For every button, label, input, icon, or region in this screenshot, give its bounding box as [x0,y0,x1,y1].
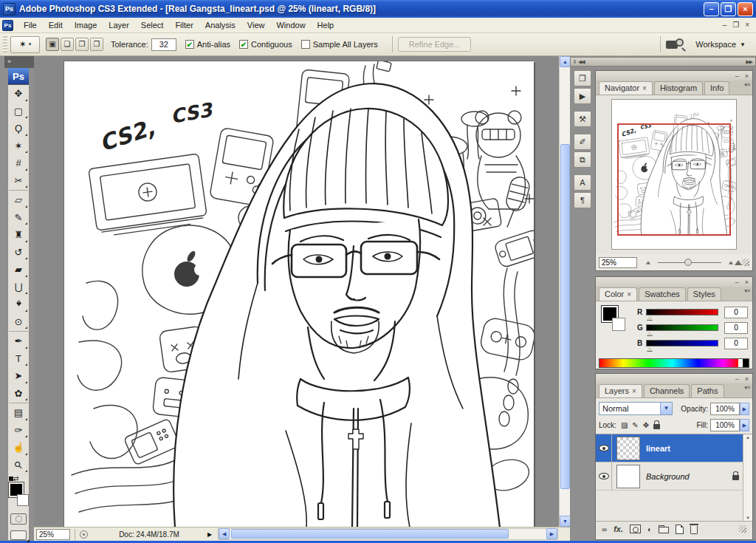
navigator-thumbnail[interactable] [611,99,737,250]
collapse-panels-icon[interactable]: ◀◀ [578,59,585,65]
visibility-toggle[interactable] [596,434,612,462]
layer-style-icon[interactable]: fx. [614,525,623,533]
red-value-field[interactable]: 0 [724,307,748,318]
clone-source-panel-icon[interactable]: ⧉ [574,151,591,168]
navigator-zoom-field[interactable]: 25% [599,257,637,268]
tool-preset-picker[interactable]: ✶ ▾ [10,36,40,53]
refine-edge-button[interactable]: Refine Edge... [398,37,472,52]
horizontal-scroll-thumb[interactable] [231,529,509,539]
subtract-selection-button[interactable]: ❐ [75,38,89,51]
brush-tool[interactable]: ✎ [9,209,28,227]
adjustment-layer-icon[interactable]: ◐ [647,525,652,533]
history-brush-tool[interactable]: ↺ [9,244,28,262]
tab-paths[interactable]: Paths [691,384,724,397]
menu-image[interactable]: Image [69,18,103,32]
slider-thumb[interactable] [647,315,653,320]
tab-channels[interactable]: Channels [644,384,690,397]
layers-list-scrollbar[interactable]: ▲ ▼ [743,434,752,521]
scroll-left-arrow[interactable]: ◀ [219,528,230,539]
horizontal-scrollbar[interactable]: ◀ ▶ [218,528,558,540]
chevron-down-icon[interactable]: ▼ [660,403,672,414]
layer-row-lineart[interactable]: lineart [596,434,752,462]
panel-resize-grip[interactable] [742,259,749,266]
menu-analysis[interactable]: Analysis [199,18,241,32]
ps-logo[interactable]: Ps [8,68,29,85]
delete-layer-icon[interactable] [690,526,698,534]
slider-thumb[interactable] [647,346,653,351]
sample-all-layers-checkbox[interactable]: Sample All Layers [301,40,378,49]
crop-tool[interactable]: # [9,154,28,172]
canvas[interactable] [63,61,533,527]
bridge-icon[interactable] [666,38,685,50]
tab-info[interactable]: Info [704,81,729,95]
scroll-up-arrow[interactable]: ▲ [560,56,571,67]
new-group-icon[interactable] [659,527,669,533]
lock-position-icon[interactable]: ✥ [643,421,649,429]
tab-close-icon[interactable]: × [627,290,631,298]
menu-window[interactable]: Window [270,18,311,32]
screen-mode-button[interactable] [10,530,27,541]
green-value-field[interactable]: 0 [724,322,748,334]
lock-pixels-icon[interactable]: ✎ [632,421,638,429]
expand-panels-icon[interactable]: ▶▶ [746,59,752,65]
zoom-in-icon[interactable] [727,260,742,265]
doc-minimize-button[interactable]: – [723,20,727,30]
blur-tool[interactable]: ♠ [9,296,28,313]
dock-collapse-bar[interactable]: ‖ ◀◀ ▶▶ [570,57,756,66]
panel-menu-icon[interactable]: ▾≡ [744,289,750,293]
add-selection-button[interactable]: ❏ [61,38,74,51]
panel-close-icon[interactable]: × [745,279,749,286]
paragraph-panel-icon[interactable]: ¶ [574,192,591,208]
slider-knob[interactable] [684,259,692,266]
zoom-level-field[interactable]: 25% [36,529,70,540]
navigator-view-box[interactable] [617,123,732,236]
tab-swatches[interactable]: Swatches [639,287,686,301]
color-spectrum-ramp[interactable] [599,358,749,368]
path-selection-tool[interactable]: ➤ [9,367,28,385]
toolbox-collapse-bar[interactable]: » [4,56,34,68]
doc-close-button[interactable]: × [745,20,749,30]
workspace-menu[interactable]: Workspace ▼ [695,40,746,49]
scroll-right-arrow[interactable]: ▶ [546,528,557,539]
pen-tool[interactable]: ✒ [9,332,28,350]
tolerance-input[interactable]: 32 [151,38,176,51]
tab-styles[interactable]: Styles [687,287,721,301]
slider-thumb[interactable] [647,331,653,335]
opacity-field[interactable]: 100% [710,403,740,415]
quick-mask-button[interactable] [10,513,27,524]
fill-field[interactable]: 100% [710,419,740,431]
lock-all-icon[interactable] [653,424,660,429]
paint-bucket-tool[interactable]: ⋃ [9,279,28,296]
move-tool[interactable]: ✥ [9,85,28,103]
navigator-zoom-slider[interactable] [658,258,721,267]
red-slider[interactable] [646,309,718,315]
menu-select[interactable]: Select [135,18,170,32]
panel-minimize-icon[interactable]: – [735,279,739,286]
antialias-checkbox[interactable]: ✔ Anti-alias [185,40,230,49]
new-layer-icon[interactable] [676,525,684,534]
scroll-down-arrow[interactable]: ▼ [560,516,571,527]
menu-edit[interactable]: Edit [43,18,69,32]
character-panel-icon[interactable]: A [574,174,591,191]
zoom-tool[interactable]: ⚲ [9,457,28,474]
green-slider[interactable] [646,324,718,331]
panel-minimize-icon[interactable]: – [735,72,739,80]
healing-brush-tool[interactable]: ▱ [9,191,28,209]
tab-layers[interactable]: Layers× [599,384,642,397]
menu-help[interactable]: Help [312,18,340,32]
magic-wand-tool[interactable]: ✶ [9,137,28,155]
opacity-arrow-icon[interactable]: ▶ [740,403,749,415]
layer-name[interactable]: lineart [646,444,670,453]
status-flyout-arrow[interactable]: ▶ [207,531,212,538]
type-tool[interactable]: T [9,350,28,368]
brushes-panel-icon[interactable]: ✐ [574,134,591,150]
dodge-tool[interactable]: ⊙ [9,313,28,331]
eraser-tool[interactable]: ▰ [9,261,28,279]
background-color-swatch[interactable] [17,494,29,506]
panel-resize-grip[interactable] [739,525,746,533]
layer-name[interactable]: Background [646,472,690,481]
scroll-down-arrow[interactable]: ▼ [746,516,750,520]
tab-close-icon[interactable]: × [632,387,636,395]
add-layer-mask-icon[interactable] [630,525,641,533]
layer-row-background[interactable]: Background [596,462,752,491]
